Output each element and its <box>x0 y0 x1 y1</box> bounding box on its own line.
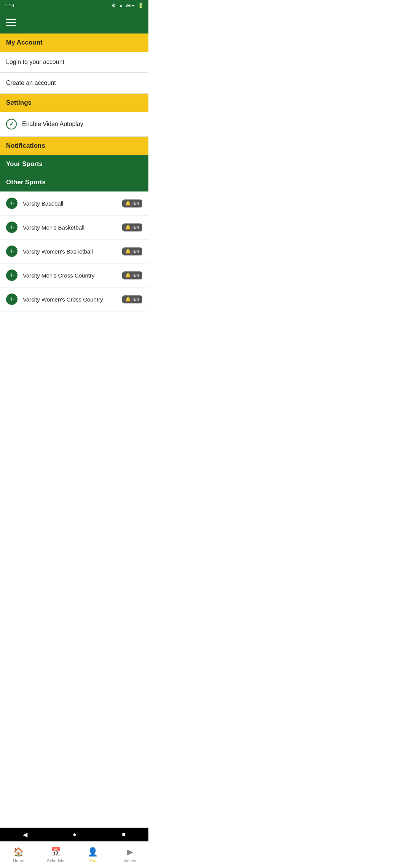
sport-name-4: Varsity Women's Cross Country <box>23 296 103 303</box>
sports-list: + Varsity Baseball 🔔 0/3 + Varsity Men's… <box>0 191 148 311</box>
sport-item[interactable]: + Varsity Women's Cross Country 🔔 0/3 <box>0 287 148 311</box>
login-item[interactable]: Login to your account <box>0 52 148 73</box>
sport-badge-3: 🔔 0/3 <box>122 271 142 279</box>
login-label: Login to your account <box>6 59 64 65</box>
status-icons: ⚙ ▲ WiFi 🔋 <box>112 3 144 8</box>
add-sport-button-2[interactable]: + <box>6 246 18 257</box>
status-bar: 1:16 ⚙ ▲ WiFi 🔋 <box>0 0 148 11</box>
sport-badge-2: 🔔 0/3 <box>122 247 142 255</box>
settings-status-icon: ⚙ <box>112 3 116 8</box>
bell-icon-2: 🔔 <box>125 249 131 254</box>
sport-left-3: + Varsity Men's Cross Country <box>6 270 94 281</box>
sport-item[interactable]: + Varsity Baseball 🔔 0/3 <box>0 191 148 215</box>
sport-left-4: + Varsity Women's Cross Country <box>6 294 103 305</box>
bell-icon-0: 🔔 <box>125 201 131 206</box>
autoplay-label: Enable Video Autoplay <box>22 121 83 128</box>
signal-icon: ▲ <box>118 3 123 8</box>
badge-count-1: 0/3 <box>132 225 139 230</box>
sport-left-0: + Varsity Baseball <box>6 198 63 209</box>
add-sport-button-0[interactable]: + <box>6 198 18 209</box>
battery-icon: 🔋 <box>138 3 144 8</box>
autoplay-checkbox[interactable] <box>6 119 17 129</box>
your-sports-header: Your Sports <box>0 155 148 173</box>
sport-left-2: + Varsity Women's Basketball <box>6 246 93 257</box>
bell-icon-4: 🔔 <box>125 297 131 302</box>
sport-name-0: Varsity Baseball <box>23 200 63 207</box>
badge-count-3: 0/3 <box>132 273 139 278</box>
bell-icon-3: 🔔 <box>125 273 131 278</box>
autoplay-item[interactable]: Enable Video Autoplay <box>0 112 148 137</box>
main-content: My Account Login to your account Create … <box>0 34 148 353</box>
sport-left-1: + Varsity Men's Basketball <box>6 222 84 233</box>
status-time: 1:16 <box>5 3 14 8</box>
sport-name-2: Varsity Women's Basketball <box>23 248 93 255</box>
sport-badge-1: 🔔 0/3 <box>122 223 142 231</box>
my-account-header: My Account <box>0 34 148 52</box>
app-header <box>0 11 148 34</box>
badge-count-2: 0/3 <box>132 249 139 254</box>
bell-icon-1: 🔔 <box>125 225 131 230</box>
sport-item[interactable]: + Varsity Men's Basketball 🔔 0/3 <box>0 215 148 239</box>
settings-header: Settings <box>0 94 148 112</box>
sport-item[interactable]: + Varsity Men's Cross Country 🔔 0/3 <box>0 263 148 287</box>
add-sport-button-1[interactable]: + <box>6 222 18 233</box>
wifi-icon: WiFi <box>126 3 135 8</box>
create-account-label: Create an account <box>6 80 56 86</box>
badge-count-4: 0/3 <box>132 297 139 302</box>
sport-name-1: Varsity Men's Basketball <box>23 224 84 231</box>
sport-badge-0: 🔔 0/3 <box>122 199 142 207</box>
sport-badge-4: 🔔 0/3 <box>122 295 142 303</box>
sport-name-3: Varsity Men's Cross Country <box>23 272 94 279</box>
badge-count-0: 0/3 <box>132 201 139 206</box>
notifications-header: Notifications <box>0 137 148 155</box>
sport-item[interactable]: + Varsity Women's Basketball 🔔 0/3 <box>0 239 148 263</box>
menu-button[interactable] <box>6 19 16 26</box>
add-sport-button-3[interactable]: + <box>6 270 18 281</box>
add-sport-button-4[interactable]: + <box>6 294 18 305</box>
create-account-item[interactable]: Create an account <box>0 73 148 94</box>
other-sports-header: Other Sports <box>0 173 148 191</box>
